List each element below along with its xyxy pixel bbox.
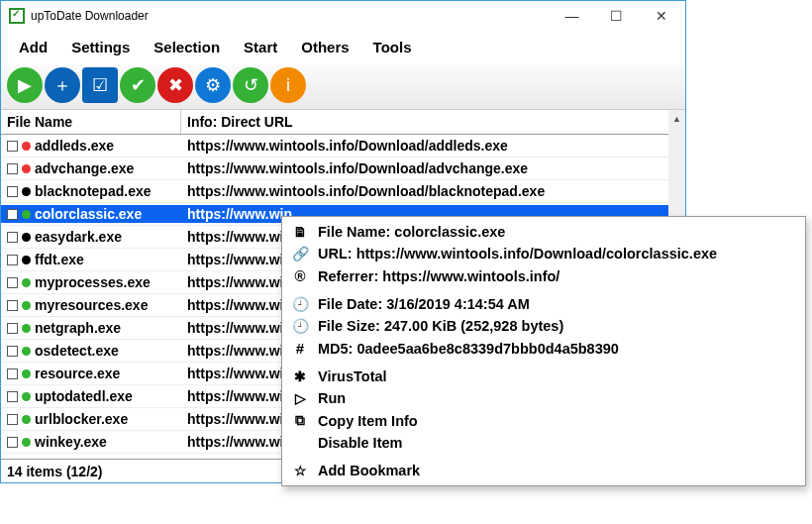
file-url: https://www.win (187, 229, 292, 245)
ctx-virustotal[interactable]: ✱ VirusTotal (282, 366, 805, 387)
status-dot-icon (22, 233, 31, 242)
file-url: https://www.win (187, 252, 292, 267)
status-dot-icon (22, 256, 31, 264)
checkbox-button[interactable]: ☑ (82, 67, 118, 103)
file-name: resource.exe (35, 366, 120, 381)
row-checkbox[interactable] (7, 391, 18, 402)
menu-start[interactable]: Start (232, 35, 289, 59)
bug-icon: ✱ (290, 368, 310, 384)
toolbar: ▶＋☑✔✖⚙↺i (1, 65, 685, 110)
app-icon (9, 8, 25, 24)
file-name: advchange.exe (35, 160, 134, 176)
menu-settings[interactable]: Settings (59, 35, 142, 59)
menu-selection[interactable]: Selection (142, 35, 232, 59)
play-icon: ▷ (290, 390, 310, 406)
file-name: addleds.exe (35, 138, 114, 154)
col-file-name[interactable]: File Name (1, 110, 181, 134)
row-checkbox[interactable] (7, 209, 18, 220)
ctx-run[interactable]: ▷ Run (282, 387, 805, 409)
table-row[interactable]: advchange.exehttps://www.wintools.info/D… (1, 157, 685, 180)
ctx-copy[interactable]: ⧉ Copy Item Info (282, 409, 805, 432)
row-checkbox[interactable] (7, 437, 18, 448)
ctx-url[interactable]: 🔗 URL: https://www.wintools.info/Downloa… (282, 243, 805, 264)
status-dot-icon (22, 301, 31, 310)
file-url: https://www.win (187, 366, 292, 381)
file-url: https://www.wintools.info/Download/addle… (187, 138, 508, 154)
clock-icon: 🕘 (290, 318, 310, 334)
row-checkbox[interactable] (7, 300, 18, 311)
file-name: easydark.exe (35, 229, 122, 245)
registered-icon: ® (290, 267, 310, 284)
hash-icon: # (290, 340, 310, 357)
context-menu: 🗎 File Name: colorclassic.exe 🔗 URL: htt… (281, 216, 806, 486)
star-icon: ☆ (290, 463, 310, 478)
file-name: myresources.exe (35, 297, 148, 313)
close-button[interactable]: ✕ (639, 2, 683, 30)
file-url: https://www.wintools.info/Download/advch… (187, 160, 528, 176)
minimize-button[interactable]: — (550, 2, 594, 30)
table-row[interactable]: blacknotepad.exehttps://www.wintools.inf… (1, 180, 685, 203)
file-url: https://www.win (187, 434, 292, 450)
file-url: https://www.win (187, 297, 292, 313)
info-button[interactable]: i (270, 67, 306, 103)
menu-others[interactable]: Others (289, 35, 360, 59)
app-title: upToDate Downloader (31, 9, 149, 23)
scroll-up-icon[interactable]: ▲ (668, 110, 685, 127)
file-url: https://www.win (187, 320, 292, 336)
ctx-md5[interactable]: # MD5: 0adee5aa6be8c8339d7bbb0d4a5b8390 (282, 337, 805, 360)
ctx-disable[interactable]: Disable Item (282, 432, 805, 454)
row-checkbox[interactable] (7, 186, 18, 197)
file-name: netgraph.exe (35, 320, 121, 336)
ctx-filename[interactable]: 🗎 File Name: colorclassic.exe (282, 221, 805, 243)
file-url: https://www.wintools.info/Download/black… (187, 183, 545, 199)
maximize-button[interactable]: ☐ (594, 2, 639, 30)
status-dot-icon (22, 438, 31, 447)
settings-button[interactable]: ⚙ (195, 67, 231, 103)
refresh-button[interactable]: ↺ (233, 67, 268, 103)
file-name: ffdt.exe (35, 252, 84, 267)
status-dot-icon (22, 324, 31, 333)
delete-button[interactable]: ✖ (157, 67, 193, 103)
status-dot-icon (22, 164, 31, 173)
status-text: 14 items (12/2) (7, 464, 103, 479)
status-dot-icon (22, 392, 31, 401)
file-name: urlblocker.exe (35, 411, 128, 427)
file-url: https://www.win (187, 411, 292, 427)
col-info-url[interactable]: Info: Direct URL (181, 110, 685, 134)
row-checkbox[interactable] (7, 346, 18, 357)
file-url: https://www.win (187, 343, 292, 359)
row-checkbox[interactable] (7, 323, 18, 334)
add-button[interactable]: ＋ (45, 67, 80, 103)
table-header: File Name Info: Direct URL (1, 110, 685, 135)
file-url: https://www.win (187, 206, 292, 222)
menu-tools[interactable]: Tools (361, 35, 424, 59)
status-dot-icon (22, 210, 31, 219)
ok-button[interactable]: ✔ (120, 67, 155, 103)
file-icon: 🗎 (290, 224, 310, 240)
row-checkbox[interactable] (7, 141, 18, 152)
ctx-bookmark[interactable]: ☆ Add Bookmark (282, 460, 805, 481)
status-dot-icon (22, 278, 31, 287)
row-checkbox[interactable] (7, 255, 18, 265)
status-dot-icon (22, 187, 31, 196)
file-url: https://www.win (187, 388, 292, 404)
ctx-date[interactable]: 🕘 File Date: 3/16/2019 4:14:54 AM (282, 293, 805, 315)
row-checkbox[interactable] (7, 414, 18, 425)
table-row[interactable]: addleds.exehttps://www.wintools.info/Dow… (1, 135, 685, 157)
link-icon: 🔗 (290, 246, 310, 262)
titlebar: upToDate Downloader — ☐ ✕ (1, 1, 685, 31)
row-checkbox[interactable] (7, 232, 18, 243)
file-name: uptodatedl.exe (35, 388, 133, 404)
menu-add[interactable]: Add (7, 35, 59, 59)
status-dot-icon (22, 347, 31, 356)
file-name: myprocesses.exe (35, 274, 151, 290)
clock-icon: 🕘 (290, 296, 310, 312)
row-checkbox[interactable] (7, 163, 18, 174)
ctx-size[interactable]: 🕘 File Size: 247.00 KiB (252,928 bytes) (282, 315, 805, 337)
file-name: winkey.exe (35, 434, 107, 450)
menubar: AddSettingsSelectionStartOthersTools (1, 31, 685, 65)
ctx-referrer[interactable]: ® Referrer: https://www.wintools.info/ (282, 264, 805, 287)
row-checkbox[interactable] (7, 368, 18, 379)
row-checkbox[interactable] (7, 277, 18, 288)
play-button[interactable]: ▶ (7, 67, 43, 103)
